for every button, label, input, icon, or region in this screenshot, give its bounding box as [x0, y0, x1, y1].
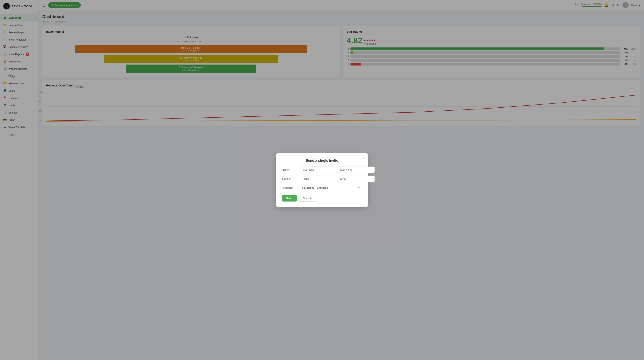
cancel-button[interactable]: Cancel — [298, 195, 315, 201]
template-select[interactable]: Star Rating - Columbus — [300, 184, 362, 191]
send-to-label: Send to* — [282, 176, 298, 180]
name-form-row: Name* — [282, 167, 362, 173]
template-input-wrap: Star Rating - Columbus — [300, 184, 362, 191]
template-form-row: Template* Star Rating - Columbus — [282, 184, 362, 191]
modal-title: Send a single invite — [282, 159, 362, 163]
name-inputs — [300, 167, 375, 173]
template-label: Template* — [282, 184, 298, 189]
send-to-form-row: Send to* — [282, 176, 362, 182]
send-to-inputs — [300, 176, 375, 182]
phone-input[interactable] — [300, 176, 336, 182]
send-invite-modal: Send a single invite × Name* Send to* — [276, 153, 368, 207]
last-name-input[interactable] — [338, 167, 375, 173]
send-button[interactable]: Send — [282, 195, 296, 201]
modal-actions: Send Cancel — [282, 195, 362, 201]
name-label: Name* — [282, 167, 298, 171]
first-name-input[interactable] — [300, 167, 336, 173]
email-input[interactable] — [338, 176, 375, 182]
modal-overlay[interactable]: Send a single invite × Name* Send to* — [0, 0, 644, 360]
modal-close-button[interactable]: × — [363, 156, 365, 160]
